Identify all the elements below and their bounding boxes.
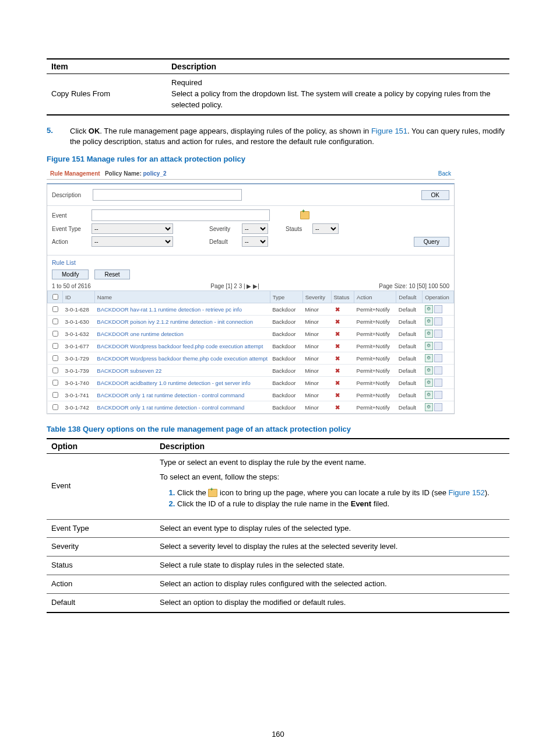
row-checkbox[interactable] [52, 343, 58, 349]
event-input[interactable] [92, 209, 270, 221]
cell-description: Select a rule state to display rules in … [155, 556, 509, 575]
table-row: StatusSelect a rule state to display rul… [47, 556, 509, 575]
action-label: Action [52, 239, 88, 245]
list-icon[interactable] [434, 403, 442, 411]
cell-name[interactable]: BACKDOOR poison ivy 2.1.2 runtime detect… [94, 316, 270, 328]
cell-severity: Minor [302, 365, 331, 377]
figure-152-link[interactable]: Figure 152 [448, 488, 484, 497]
list-icon[interactable] [434, 379, 442, 387]
disabled-icon: ✖ [333, 331, 342, 337]
list-icon[interactable] [434, 354, 442, 362]
row-checkbox[interactable] [52, 331, 58, 337]
list-icon[interactable] [434, 391, 442, 399]
settings-icon[interactable]: ⚙ [425, 342, 433, 350]
modify-button[interactable]: Modify [52, 270, 89, 279]
list-icon[interactable] [434, 330, 442, 338]
cell-name[interactable]: BACKDOOR only 1 rat runtime detection - … [94, 389, 270, 401]
list-icon[interactable] [434, 342, 442, 350]
col-description: Description [155, 439, 509, 454]
cell-status: ✖ [331, 389, 354, 401]
col-severity: Severity [302, 291, 331, 303]
ok-button[interactable]: OK [421, 190, 449, 200]
settings-icon[interactable]: ⚙ [425, 317, 433, 326]
col-name: Name [94, 291, 270, 303]
event-step-2: Click the ID of a rule to display the ru… [177, 499, 505, 510]
cell-default: Default [396, 328, 423, 340]
query-options-table: Option Description Event Type or select … [47, 438, 509, 613]
settings-icon[interactable]: ⚙ [425, 403, 433, 411]
cell-description: Required Select a policy from the dropdo… [167, 74, 509, 115]
cell-status: ✖ [331, 340, 354, 352]
reset-button[interactable]: Reset [94, 270, 129, 279]
cell-status: ✖ [331, 303, 354, 316]
default-select[interactable]: -- [242, 236, 268, 247]
settings-icon[interactable]: ⚙ [425, 305, 433, 313]
event-type-select[interactable]: -- [92, 223, 173, 234]
settings-icon[interactable]: ⚙ [425, 366, 433, 374]
cell-type: Backdoor [270, 377, 302, 389]
row-checkbox[interactable] [52, 355, 58, 361]
rule-list-header: Rule List [47, 256, 454, 267]
cell-id: 3-0-1-741 [63, 389, 95, 401]
disabled-icon: ✖ [333, 343, 342, 349]
event-step-1: Click the icon to bring up the page, whe… [177, 488, 505, 499]
description-input[interactable] [93, 189, 242, 201]
col-action: Action [354, 291, 396, 303]
col-item: Item [47, 59, 167, 74]
query-button[interactable]: Query [414, 237, 449, 247]
table-row: 3-0-1-628BACKDOOR hav-rat 1.1 runtime de… [48, 303, 454, 316]
select-all-checkbox[interactable] [52, 294, 58, 300]
cell-name[interactable]: BACKDOOR Wordpress backdoor feed.php cod… [94, 340, 270, 352]
cell-operation: ⚙ [423, 340, 454, 352]
cell-name[interactable]: BACKDOOR hav-rat 1.1 runtime detection -… [94, 303, 270, 316]
cell-status: ✖ [331, 377, 354, 389]
action-select[interactable]: -- [92, 236, 173, 247]
status-select[interactable]: -- [312, 223, 339, 234]
cell-severity: Minor [302, 328, 331, 340]
cell-status: ✖ [331, 352, 354, 365]
cell-operation: ⚙ [423, 352, 454, 365]
cell-id: 3-0-1-677 [63, 340, 95, 352]
figure-151-link[interactable]: Figure 151 [371, 127, 407, 135]
disabled-icon: ✖ [333, 380, 342, 386]
cell-action: Permit+Notify [354, 377, 396, 389]
row-checkbox[interactable] [52, 318, 58, 324]
cell-severity: Minor [302, 316, 331, 328]
cell-option: Action [47, 575, 155, 594]
pager-size[interactable]: Page Size: 10 [50] 100 500 [379, 283, 449, 289]
pager-pages[interactable]: Page [1] 2 3 | ▶ ▶| [210, 283, 259, 289]
cell-type: Backdoor [270, 316, 302, 328]
cell-name[interactable]: BACKDOOR one runtime detection [94, 328, 270, 340]
row-checkbox[interactable] [52, 404, 58, 410]
settings-icon[interactable]: ⚙ [425, 354, 433, 362]
settings-icon[interactable]: ⚙ [425, 330, 433, 338]
cell-name[interactable]: BACKDOOR only 1 rat runtime detection - … [94, 401, 270, 414]
list-icon[interactable] [434, 366, 442, 374]
cell-type: Backdoor [270, 401, 302, 414]
row-checkbox[interactable] [52, 380, 58, 386]
severity-select[interactable]: -- [242, 223, 268, 234]
cell-severity: Minor [302, 389, 331, 401]
cell-description: Select an option to display the modified… [155, 593, 509, 612]
cell-name[interactable]: BACKDOOR Wordpress backdoor theme.php co… [94, 352, 270, 365]
cell-status: ✖ [331, 316, 354, 328]
list-icon[interactable] [434, 305, 442, 313]
cell-description: Select an event type to display rules of… [155, 519, 509, 538]
cell-name[interactable]: BACKDOOR subseven 22 [94, 365, 270, 377]
row-checkbox[interactable] [52, 392, 58, 398]
disabled-icon: ✖ [333, 368, 342, 374]
cell-name[interactable]: BACKDOOR acidbattery 1.0 runtime detecti… [94, 377, 270, 389]
settings-icon[interactable]: ⚙ [425, 391, 433, 399]
severity-label: Severity [209, 226, 238, 232]
cell-action: Permit+Notify [354, 389, 396, 401]
cell-action: Permit+Notify [354, 303, 396, 316]
cell-action: Permit+Notify [354, 401, 396, 414]
list-icon[interactable] [434, 317, 442, 326]
cell-description: Select an action to display rules config… [155, 575, 509, 594]
back-link[interactable]: Back [438, 170, 451, 177]
settings-icon[interactable]: ⚙ [425, 379, 433, 387]
browse-event-icon[interactable] [300, 211, 309, 219]
row-checkbox[interactable] [52, 368, 58, 373]
row-checkbox[interactable] [52, 306, 58, 312]
table-row: Event TypeSelect an event type to displa… [47, 519, 509, 538]
